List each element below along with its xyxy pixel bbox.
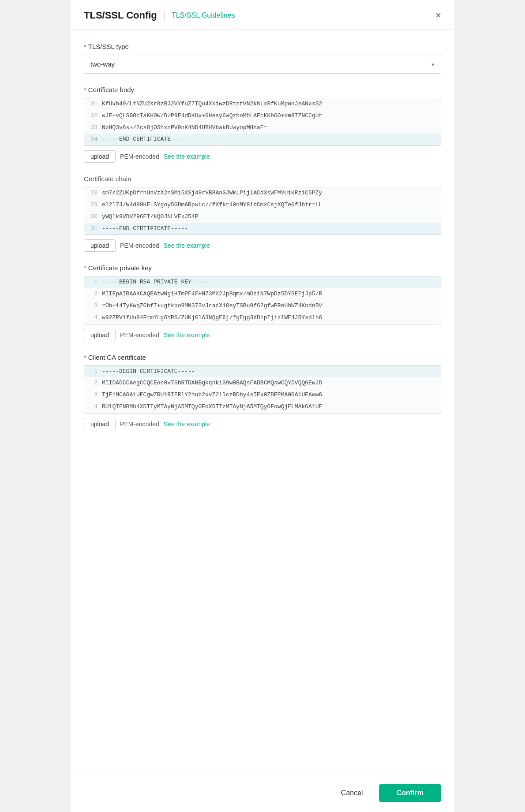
close-button[interactable]: × — [435, 11, 441, 20]
cert-chain-pem-label: PEM-encoded — [120, 242, 159, 249]
cert-body-code-area[interactable]: 31 KfUvb49/LtNZU2Xr8zBJ2VYfuZ7TQu4XkiwzD… — [84, 98, 441, 146]
cert-body-example-link[interactable]: See the example — [164, 153, 210, 160]
code-line-highlighted: 1 -----BEGIN CERTIFICATE----- — [84, 366, 441, 378]
tls-type-select[interactable]: two-way one-way — [84, 55, 441, 73]
cert-private-key-label: * Certificate private key — [84, 264, 441, 272]
required-star-private-key: * — [84, 264, 86, 272]
cert-chain-upload-row: upload PEM-encoded See the example — [84, 239, 441, 252]
cert-chain-label: Certificate chain — [84, 175, 441, 183]
cert-private-key-upload-button[interactable]: upload — [84, 329, 116, 341]
cert-private-key-example-link[interactable]: See the example — [164, 332, 210, 339]
cert-private-key-pem-label: PEM-encoded — [120, 332, 159, 339]
code-line: 2 MIIDADCCAegCCQCEoe0v76bRTDANBgkqhkiG9w… — [84, 377, 441, 389]
code-line: 4 RU1QIENBMb4XDTIyMTAyNjA5MTQyOFoXDTIzMT… — [84, 401, 441, 413]
code-line: 3 rOb+14TyKwqZGbf7+ugtkbo9MN373vJracX18e… — [84, 300, 441, 312]
code-line: 32 wJE+vQLSGOcIaKH0W/D/P9F4dDKUv+6Heay6w… — [84, 110, 441, 122]
cert-private-key-section: * Certificate private key 1 -----BEGIN R… — [84, 264, 441, 341]
required-star-client-ca: * — [84, 354, 86, 361]
header-divider: | — [163, 11, 165, 21]
required-star-tls: * — [84, 43, 86, 50]
code-line: 29 el2l7J/W4d99KFLSYgoy5GDmARpwLc//fXfkr… — [84, 199, 441, 211]
code-line: 33 NpHQ3v6s+/2cs8jOShxnPV0nK4ND4UBHVbakB… — [84, 122, 441, 134]
cert-chain-section: Certificate chain 28 sm7r2ZUKpDfrhUnVzX2… — [84, 175, 441, 252]
cert-chain-example-link[interactable]: See the example — [164, 242, 210, 249]
tls-type-label: * TLS/SSL type — [84, 43, 441, 50]
client-ca-upload-button[interactable]: upload — [84, 418, 116, 430]
code-line: 31 KfUvb49/LtNZU2Xr8zBJ2VYfuZ7TQu4XkiwzD… — [84, 98, 441, 110]
cert-body-upload-button[interactable]: upload — [84, 150, 116, 163]
code-line: 2 MIIEpAIBAAKCAQEAtwNgiHTmPF4FHN73MX2JpB… — [84, 288, 441, 300]
cert-private-key-code-area[interactable]: 1 -----BEGIN RSA PRIVATE KEY----- 2 MIIE… — [84, 276, 441, 324]
modal-footer: Cancel Confirm — [71, 774, 454, 812]
cert-private-key-upload-row: upload PEM-encoded See the example — [84, 329, 441, 341]
code-line: 30 yWQlk9VDV296EI/kQOJNLVEkJ54P — [84, 211, 441, 223]
client-ca-section: * Client CA certificate 1 -----BEGIN CER… — [84, 354, 441, 430]
code-line-highlighted: 1 -----BEGIN RSA PRIVATE KEY----- — [84, 276, 441, 288]
modal-title: TLS/SSL Config — [84, 10, 157, 21]
client-ca-code-area[interactable]: 1 -----BEGIN CERTIFICATE----- 2 MIIDADCC… — [84, 365, 441, 413]
code-line-highlighted: 31 -----END CERTIFICATE----- — [84, 223, 441, 235]
modal-container: TLS/SSL Config | TLS/SSL Guidelines × * … — [71, 0, 454, 812]
cancel-button[interactable]: Cancel — [332, 785, 372, 801]
client-ca-pem-label: PEM-encoded — [120, 421, 159, 428]
modal-body: * TLS/SSL type two-way one-way ▾ * Certi… — [71, 30, 454, 812]
code-line: 28 sm7r2ZUKpDfrhUnVzX2nSM15XSj48rVBBAnGJ… — [84, 187, 441, 199]
client-ca-upload-row: upload PEM-encoded See the example — [84, 418, 441, 430]
guidelines-link[interactable]: TLS/SSL Guidelines — [172, 11, 235, 19]
modal-header: TLS/SSL Config | TLS/SSL Guidelines × — [71, 0, 454, 30]
client-ca-example-link[interactable]: See the example — [164, 421, 210, 428]
tls-type-section: * TLS/SSL type two-way one-way ▾ — [84, 43, 441, 74]
code-line: 3 TjEiMCAGA1UECgwZRU1RIFRlY2hub2xvZ2llcz… — [84, 389, 441, 401]
code-line-highlighted: 34 -----END CERTIFICATE----- — [84, 134, 441, 145]
tls-type-select-wrapper[interactable]: two-way one-way ▾ — [84, 55, 441, 74]
cert-chain-code-area[interactable]: 28 sm7r2ZUKpDfrhUnVzX2nSM15XSj48rVBBAnGJ… — [84, 187, 441, 235]
cert-body-upload-row: upload PEM-encoded See the example — [84, 150, 441, 163]
cert-body-label: * Certificate body — [84, 86, 441, 93]
required-star-cert-body: * — [84, 86, 86, 93]
cert-body-pem-label: PEM-encoded — [120, 153, 159, 160]
code-line: 4 w92ZPV1fUu84FtmYLg6YPS/ZUKjGlA3NQgE6j/… — [84, 312, 441, 324]
client-ca-label: * Client CA certificate — [84, 354, 441, 361]
cert-chain-upload-button[interactable]: upload — [84, 239, 116, 252]
cert-body-section: * Certificate body 31 KfUvb49/LtNZU2Xr8z… — [84, 86, 441, 163]
header-left: TLS/SSL Config | TLS/SSL Guidelines — [84, 10, 235, 21]
confirm-button[interactable]: Confirm — [379, 784, 441, 802]
